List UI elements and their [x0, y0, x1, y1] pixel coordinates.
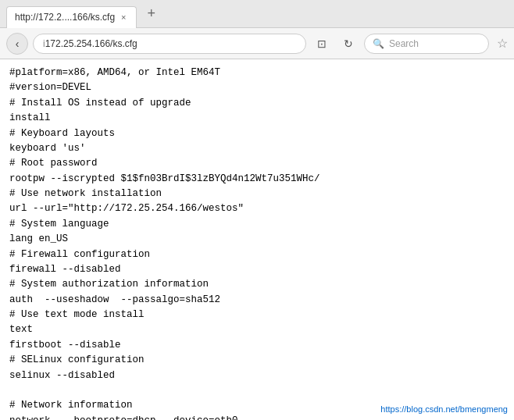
tab-close-button[interactable]: × — [120, 12, 127, 22]
new-tab-button[interactable]: + — [143, 4, 161, 23]
file-content: #platform=x86, AMD64, or Intel EM64T #ve… — [9, 66, 505, 420]
back-button[interactable]: ‹ — [6, 33, 28, 55]
browser-tab[interactable]: http://172.2....166/ks.cfg × — [6, 6, 137, 28]
address-bar[interactable]: i 172.25.254.166/ks.cfg — [33, 34, 306, 54]
title-bar: http://172.2....166/ks.cfg × + — [0, 0, 514, 28]
tab-title: http://172.2....166/ks.cfg — [15, 12, 115, 23]
screen-share-icon: ⊡ — [317, 37, 327, 50]
refresh-icon: ↻ — [344, 37, 353, 50]
back-icon: ‹ — [16, 37, 20, 50]
address-text: 172.25.254.166/ks.cfg — [45, 38, 298, 49]
search-bar[interactable]: 🔍 Search — [364, 34, 489, 54]
content-area: #platform=x86, AMD64, or Intel EM64T #ve… — [0, 59, 514, 420]
bookmark-button[interactable]: ☆ — [497, 36, 508, 51]
navigation-bar: ‹ i 172.25.254.166/ks.cfg ⊡ ↻ 🔍 Search ☆ — [0, 28, 514, 59]
watermark: https://blog.csdn.net/bmengmeng — [380, 404, 508, 414]
screen-share-button[interactable]: ⊡ — [311, 33, 333, 55]
nav-icons-group: ⊡ ↻ — [311, 33, 359, 55]
search-input[interactable]: Search — [389, 38, 480, 49]
refresh-button[interactable]: ↻ — [337, 33, 359, 55]
search-icon: 🔍 — [373, 38, 384, 49]
